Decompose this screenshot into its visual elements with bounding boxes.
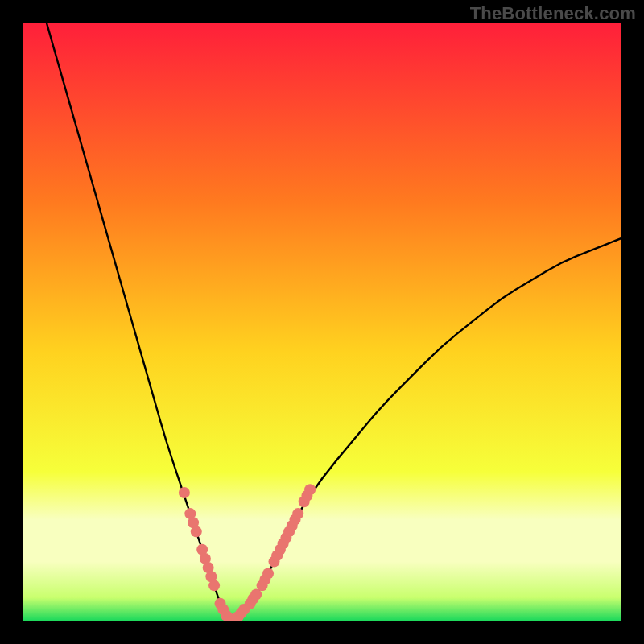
dot [208,580,220,591]
gradient-background [23,23,621,621]
dot [262,568,274,579]
chart-frame: TheBottleneck.com [0,0,644,644]
dot [304,484,316,495]
dot [292,508,303,519]
plot-svg [23,23,621,621]
dot [179,487,190,498]
dot [191,526,202,537]
plot-area [23,23,621,621]
watermark-text: TheBottleneck.com [470,3,636,24]
